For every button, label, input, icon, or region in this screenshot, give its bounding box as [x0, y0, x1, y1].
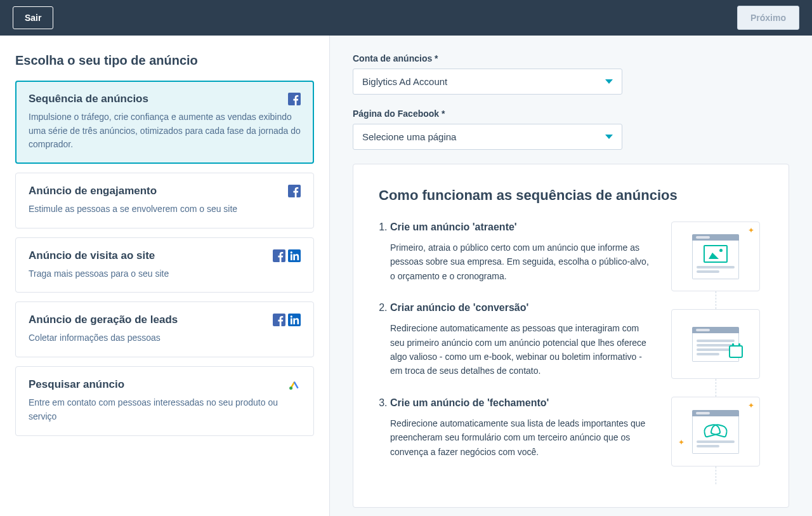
card-title: Anúncio de engajamento [29, 185, 157, 197]
account-label: Conta de anúncios * [353, 53, 789, 63]
exit-button[interactable]: Sair [13, 6, 53, 29]
config-panel: Conta de anúncios * Biglytics Ad Account… [330, 36, 812, 516]
step-description: Primeiro, atraia o público certo com um … [390, 241, 649, 283]
facebook-icon [288, 185, 301, 197]
account-value: Biglytics Ad Account [362, 76, 447, 87]
step-item: Crie um anúncio de 'fechamento' Redireci… [390, 397, 649, 459]
card-title: Anúncio de visita ao site [29, 249, 155, 262]
linkedin-icon [288, 314, 301, 326]
ad-type-card-search[interactable]: Pesquisar anúncio Entre em contato com p… [15, 366, 314, 435]
card-title: Pesquisar anúncio [29, 378, 124, 391]
illustration-convert [671, 309, 760, 379]
card-description: Entre em contato com pessoas interessada… [29, 396, 301, 423]
google-ads-icon [288, 378, 301, 391]
chevron-down-icon [605, 135, 613, 139]
facebook-page-label: Página do Facebook * [353, 109, 789, 119]
top-bar: Sair Próximo [0, 0, 812, 36]
account-select[interactable]: Biglytics Ad Account [353, 69, 622, 95]
card-title: Sequência de anúncios [29, 93, 148, 105]
panel-title: Como funcionam as sequências de anúncios [379, 187, 763, 204]
facebook-page-select[interactable]: Selecione uma página [353, 124, 622, 150]
card-description: Traga mais pessoas para o seu site [29, 267, 301, 281]
svg-point-6 [289, 387, 292, 390]
steps-illustration: ✦ ✦✦ [668, 222, 763, 484]
card-description: Estimule as pessoas a se envolverem com … [29, 202, 301, 216]
linkedin-icon [288, 249, 301, 262]
facebook-icon [288, 93, 301, 105]
facebook-icon [273, 249, 285, 262]
illustration-close: ✦✦ [671, 397, 760, 466]
ad-type-sidebar: Escolha o seu tipo de anúncio Sequência … [0, 36, 330, 516]
card-description: Impulsione o tráfego, crie confiança e a… [29, 110, 301, 152]
card-description: Coletar informações das pessoas [29, 331, 301, 345]
step-title: Crie um anúncio 'atraente' [390, 222, 517, 233]
ad-type-card-engagement[interactable]: Anúncio de engajamento Estimule as pesso… [15, 173, 314, 228]
ad-type-card-lead-gen[interactable]: Anúncio de geração de leads Coletar info… [15, 301, 314, 357]
facebook-icon [273, 314, 285, 326]
chevron-down-icon [605, 79, 613, 84]
facebook-page-placeholder: Selecione uma página [362, 131, 456, 142]
step-description: Redirecione automaticamente sua lista de… [390, 416, 649, 459]
next-button[interactable]: Próximo [737, 6, 799, 30]
illustration-attract: ✦ [671, 222, 760, 291]
sidebar-heading: Escolha o seu tipo de anúncio [15, 53, 314, 68]
card-title: Anúncio de geração de leads [29, 314, 178, 326]
step-title: Crie um anúncio de 'fechamento' [390, 397, 549, 409]
ad-type-card-site-visit[interactable]: Anúncio de visita ao site Traga mais pes… [15, 237, 314, 293]
step-item: Crie um anúncio 'atraente' Primeiro, atr… [390, 222, 649, 283]
how-it-works-panel: Como funcionam as sequências de anúncios… [353, 164, 789, 508]
step-description: Redirecione automaticamente as pessoas q… [390, 321, 649, 378]
step-item: Criar anúncio de 'conversão' Redirecione… [390, 302, 649, 378]
step-title: Criar anúncio de 'conversão' [390, 302, 528, 314]
ad-type-card-sequence[interactable]: Sequência de anúncios Impulsione o tráfe… [15, 81, 314, 164]
